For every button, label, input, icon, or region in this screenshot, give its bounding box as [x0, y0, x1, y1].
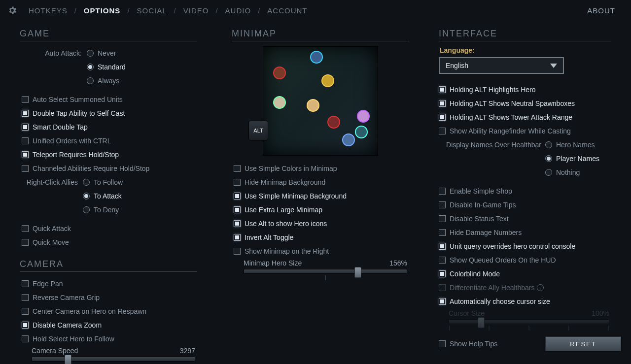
radio-auto-attack-always[interactable] — [87, 77, 94, 84]
chk-quick-attack[interactable] — [22, 225, 29, 232]
chk-hide-damage-numbers[interactable] — [439, 229, 446, 236]
cursor-size-slider — [449, 319, 609, 324]
chk-disable-status-text[interactable] — [439, 215, 446, 222]
chk-diff-ally-healthbars — [439, 284, 446, 291]
minimap-hero-size-label: Minimap Hero Size — [244, 259, 302, 267]
display-names-label: Display Names Over Healthbar — [439, 139, 545, 151]
language-label: Language: — [439, 46, 621, 57]
chk-show-help-tips[interactable] — [439, 340, 446, 347]
alt-key-icon: ALT — [248, 121, 268, 140]
cursor-size-label: Cursor Size — [449, 309, 485, 317]
chk-reverse-camera-grip[interactable] — [22, 294, 29, 301]
language-dropdown[interactable]: English — [439, 57, 564, 74]
chk-auto-select-summoned[interactable] — [22, 96, 29, 103]
section-game: GAME — [20, 28, 197, 41]
chk-queued-orders-hud[interactable] — [439, 257, 446, 264]
nav-about[interactable]: ABOUT — [587, 6, 624, 15]
auto-attack-label: Auto Attack: — [22, 47, 87, 59]
nav-video[interactable]: VIDEO — [180, 6, 212, 15]
chk-unified-orders-ctrl[interactable] — [22, 137, 29, 144]
radio-rc-attack[interactable] — [83, 193, 90, 199]
to-advanced-options[interactable]: TO ADVANCED OPTIONS — [0, 362, 631, 364]
radio-auto-attack-never[interactable] — [87, 50, 94, 57]
chk-alt-highlight-hero[interactable] — [439, 86, 446, 93]
chk-extra-large-minimap[interactable] — [234, 206, 241, 213]
chk-center-on-respawn[interactable] — [22, 308, 29, 315]
chk-alt-tower-range[interactable] — [439, 114, 446, 121]
chk-simple-shop[interactable] — [439, 188, 446, 195]
nav-account[interactable]: ACCOUNT — [264, 6, 310, 15]
chk-simple-colors[interactable] — [234, 165, 241, 172]
radio-nothing[interactable] — [545, 169, 552, 176]
chk-auto-cursor-size[interactable] — [439, 298, 446, 305]
minimap-preview: ALT — [263, 46, 378, 156]
section-camera: CAMERA — [20, 258, 197, 272]
reset-button[interactable]: RESET — [545, 336, 621, 351]
section-interface: INTERFACE — [439, 28, 611, 41]
nav-audio[interactable]: AUDIO — [222, 6, 254, 15]
nav-hotkeys[interactable]: HOTKEYS — [26, 6, 70, 15]
chk-alt-hero-icons[interactable] — [234, 220, 241, 227]
chk-channeled-hold-stop[interactable] — [22, 165, 29, 172]
minimap-hero-size-slider[interactable] — [244, 269, 407, 274]
chk-invert-alt-toggle[interactable] — [234, 234, 241, 241]
chk-simple-minimap-bg[interactable] — [234, 193, 241, 199]
chk-double-tap-self-cast[interactable] — [22, 110, 29, 117]
right-click-allies-label: Right-Click Allies — [22, 176, 83, 188]
chk-ability-rangefinder[interactable] — [439, 128, 446, 134]
radio-rc-deny[interactable] — [83, 206, 90, 213]
chk-teleport-hold-stop[interactable] — [22, 151, 29, 158]
camera-speed-label: Camera Speed — [32, 347, 78, 355]
chk-unit-query-override[interactable] — [439, 243, 446, 250]
radio-auto-attack-standard[interactable] — [87, 64, 94, 70]
chk-minimap-right[interactable] — [234, 248, 241, 255]
nav-social[interactable]: SOCIAL — [134, 6, 170, 15]
section-minimap: MINIMAP — [232, 28, 409, 41]
camera-speed-slider[interactable] — [32, 357, 195, 362]
gear-icon[interactable] — [7, 5, 18, 16]
info-icon[interactable]: i — [537, 284, 544, 291]
minimap-hero-size-value: 156% — [389, 259, 407, 267]
chk-quick-move[interactable] — [22, 239, 29, 246]
chk-colorblind-mode[interactable] — [439, 270, 446, 277]
chk-disable-tips[interactable] — [439, 201, 446, 208]
radio-hero-names[interactable] — [545, 141, 552, 148]
cursor-size-value: 100% — [592, 309, 609, 317]
language-value: English — [446, 62, 468, 69]
chk-alt-neutral-spawn[interactable] — [439, 100, 446, 107]
chk-disable-camera-zoom[interactable] — [22, 322, 29, 329]
radio-player-names[interactable] — [545, 155, 552, 162]
chevron-down-icon — [550, 64, 557, 68]
chk-edge-pan[interactable] — [22, 280, 29, 287]
chk-hold-select-follow[interactable] — [22, 335, 29, 342]
chk-hide-minimap-bg[interactable] — [234, 179, 241, 186]
nav-options[interactable]: OPTIONS — [81, 6, 124, 15]
radio-rc-follow[interactable] — [83, 179, 90, 186]
chk-smart-double-tap[interactable] — [22, 124, 29, 131]
top-nav: HOTKEYS/ OPTIONS/ SOCIAL/ VIDEO/ AUDIO/ … — [0, 0, 631, 20]
camera-speed-value: 3297 — [180, 347, 195, 355]
